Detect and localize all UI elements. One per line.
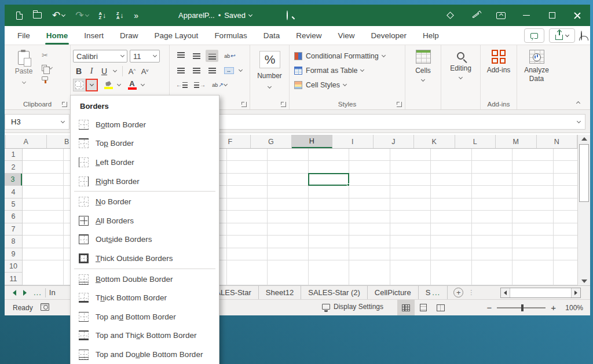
middle-align-button[interactable] bbox=[190, 50, 203, 62]
copy-button[interactable] bbox=[42, 65, 52, 71]
bottom-align-button[interactable] bbox=[206, 50, 218, 62]
tab-review[interactable]: Review bbox=[288, 26, 330, 45]
open-file-button[interactable] bbox=[33, 12, 42, 19]
scroll-right-button[interactable] bbox=[572, 288, 580, 297]
menu-item-top-and-bottom-border[interactable]: Top and Bottom Border bbox=[71, 307, 219, 326]
tab-data[interactable]: Data bbox=[255, 26, 288, 45]
sheet-tab-sheet12[interactable]: Sheet12 bbox=[259, 286, 301, 299]
column-header-J[interactable]: J bbox=[374, 135, 415, 148]
chevron-down-icon[interactable] bbox=[268, 84, 272, 89]
chevron-down-icon[interactable] bbox=[21, 80, 25, 84]
menu-item-thick-bottom-border[interactable]: Thick Bottom Border bbox=[71, 288, 219, 307]
number-dialog-launcher[interactable] bbox=[281, 102, 286, 107]
borders-dropdown-annotated[interactable] bbox=[86, 79, 98, 91]
scroll-up-button[interactable] bbox=[580, 136, 588, 142]
menu-item-no-border[interactable]: No Border bbox=[71, 192, 219, 211]
row-header-10[interactable]: 10 bbox=[5, 260, 22, 273]
cells-button[interactable]: Cells bbox=[405, 45, 441, 109]
tab-file[interactable]: File bbox=[9, 26, 38, 45]
column-header-A[interactable]: A bbox=[6, 135, 47, 148]
new-file-button[interactable] bbox=[16, 12, 23, 20]
conditional-formatting-button[interactable]: Conditional Formatting bbox=[290, 49, 405, 63]
tab-page-layout[interactable]: Page Layout bbox=[147, 26, 207, 45]
horizontal-scroll-thumb[interactable] bbox=[510, 288, 572, 297]
format-painter-button[interactable] bbox=[42, 76, 52, 80]
scroll-down-button[interactable] bbox=[580, 278, 588, 284]
number-format-label[interactable]: Number bbox=[250, 72, 289, 80]
row-header-7[interactable]: 7 bbox=[5, 223, 22, 236]
align-right-button[interactable] bbox=[206, 64, 218, 76]
vertical-scroll-thumb[interactable] bbox=[579, 144, 589, 202]
align-left-button[interactable] bbox=[174, 64, 187, 76]
page-layout-view-button[interactable] bbox=[415, 300, 432, 315]
share-button[interactable] bbox=[549, 28, 575, 43]
ribbon-display-options-button[interactable] bbox=[488, 5, 514, 26]
sort-za-button[interactable]: ZA↓ bbox=[116, 12, 123, 20]
sheet-tab-partial[interactable]: In bbox=[49, 288, 58, 297]
merge-center-button[interactable]: ↔ bbox=[221, 64, 236, 76]
row-header-11[interactable]: 11 bbox=[5, 273, 22, 285]
column-header-L[interactable]: L bbox=[455, 135, 496, 148]
minimize-button[interactable] bbox=[514, 5, 539, 26]
row-header-6[interactable]: 6 bbox=[5, 211, 22, 223]
font-size-select[interactable]: 11 bbox=[130, 50, 160, 62]
row-header-5[interactable]: 5 bbox=[5, 198, 22, 211]
tab-insert[interactable]: Insert bbox=[76, 26, 112, 45]
underline-button[interactable]: U bbox=[98, 65, 110, 78]
sheet-nav-right-button[interactable] bbox=[23, 290, 27, 296]
sheet-options-kebab[interactable]: ⋮ bbox=[468, 289, 474, 296]
row-header-9[interactable]: 9 bbox=[5, 248, 22, 260]
font-color-button[interactable]: A bbox=[125, 79, 139, 91]
column-header-H[interactable]: H bbox=[292, 135, 333, 148]
zoom-level[interactable]: 100% bbox=[561, 304, 583, 312]
redo-button[interactable]: ↷ bbox=[75, 10, 88, 20]
fill-color-dropdown[interactable] bbox=[115, 79, 123, 91]
tab-developer[interactable]: Developer bbox=[363, 26, 415, 45]
comments-button[interactable] bbox=[524, 28, 544, 43]
display-settings-button[interactable]: Display Settings bbox=[322, 303, 383, 311]
clipboard-dialog-launcher[interactable] bbox=[62, 102, 67, 107]
horizontal-scrollbar[interactable] bbox=[500, 288, 581, 298]
zoom-slider-thumb[interactable] bbox=[521, 304, 524, 311]
column-header-M[interactable]: M bbox=[496, 135, 537, 148]
tab-draw[interactable]: Draw bbox=[112, 26, 147, 45]
tab-help[interactable]: Help bbox=[415, 26, 447, 45]
menu-item-outside-borders[interactable]: Outside Borders bbox=[71, 230, 219, 249]
normal-view-button[interactable] bbox=[397, 300, 415, 315]
column-header-I[interactable]: I bbox=[332, 135, 374, 148]
chevron-down-icon[interactable] bbox=[61, 119, 65, 123]
italic-button[interactable]: I bbox=[86, 65, 97, 78]
decrease-indent-button[interactable]: ← bbox=[174, 79, 189, 91]
borders-button[interactable] bbox=[73, 79, 86, 91]
sheet-tab-s[interactable]: S... bbox=[419, 286, 448, 299]
vertical-scrollbar[interactable] bbox=[577, 135, 590, 285]
editing-button[interactable]: Editing bbox=[441, 45, 481, 109]
row-header-3[interactable]: 3 bbox=[5, 174, 22, 186]
name-box[interactable]: H3 bbox=[5, 114, 69, 130]
row-header-4[interactable]: 4 bbox=[5, 186, 22, 198]
close-button[interactable] bbox=[565, 5, 590, 26]
formula-bar-expand-chevron[interactable] bbox=[577, 119, 581, 123]
fill-handle[interactable] bbox=[347, 183, 350, 186]
menu-item-top-and-double-bottom-border[interactable]: Top and Double Bottom Border bbox=[71, 345, 219, 364]
maximize-button[interactable] bbox=[539, 5, 565, 26]
styles-dialog-launcher[interactable] bbox=[397, 102, 402, 107]
increase-font-button[interactable]: A^ bbox=[126, 65, 138, 78]
row-header-2[interactable]: 2 bbox=[5, 161, 22, 173]
sheet-tab-sales-star-2[interactable]: SALES-Star (2) bbox=[301, 286, 368, 299]
format-as-table-button[interactable]: Format as Table bbox=[290, 63, 405, 78]
paste-button[interactable]: Paste bbox=[12, 51, 36, 86]
people-button[interactable] bbox=[580, 31, 584, 40]
qat-overflow-button[interactable]: » bbox=[134, 12, 138, 20]
tab-home[interactable]: Home bbox=[38, 26, 76, 45]
fill-color-button[interactable] bbox=[101, 79, 115, 91]
chevron-down-icon[interactable] bbox=[61, 12, 65, 16]
menu-item-top-border[interactable]: Top Border bbox=[71, 134, 219, 153]
menu-item-all-borders[interactable]: All Borders bbox=[71, 211, 219, 230]
menu-item-bottom-double-border[interactable]: Bottom Double Border bbox=[71, 270, 219, 289]
font-family-select[interactable]: Calibri bbox=[73, 50, 127, 62]
top-align-button[interactable] bbox=[174, 50, 187, 62]
scroll-left-button[interactable] bbox=[501, 288, 510, 297]
sheet-nav-left-button[interactable] bbox=[13, 290, 16, 296]
column-header-N[interactable]: N bbox=[537, 135, 578, 148]
